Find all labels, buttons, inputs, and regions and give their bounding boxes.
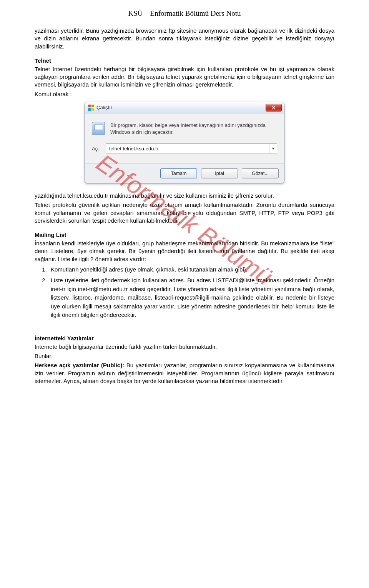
combo-dropdown-button[interactable] [269,144,277,153]
telnet-heading: Telnet [35,57,334,64]
cancel-button[interactable]: İptal [201,168,238,178]
browse-button[interactable]: Gözat... [242,168,279,178]
chevron-down-icon [272,148,275,150]
open-combobox[interactable] [106,143,277,153]
software-public: Herkese açık yazılımlar (Public): Bu yaz… [35,361,334,385]
run-icon [92,122,105,135]
telnet-paragraph: Telnet Internet üzerindeki herhangi bir … [35,65,334,89]
page-header: KSÜ – Enformatik Bölümü Ders Notu [35,9,334,18]
open-label: Aç: [92,146,102,152]
komut-label: Komut olarak : [35,90,334,98]
run-dialog: Çalıştır ✕ Bir program, klasör, belge ve… [85,102,284,183]
mailing-list: Komutların yöneltildiği adres (üye olmak… [48,265,334,320]
dialog-description: Bir program, klasör, belge veya Internet… [110,122,277,136]
mailing-paragraph: İnsanların kendi istekleriyle üye oldukl… [35,240,334,263]
software-heading: İnternetteki Yazılımlar [35,335,334,341]
intro-paragraph: yazılması yeterlidir. Bunu yazdığınızda … [35,27,334,50]
software-p1: İnternete bağlı bilgisayarlar üzerinde f… [35,343,334,351]
software-bunlar: Bunlar: [35,352,334,360]
open-input[interactable] [106,146,269,152]
dialog-title: Çalıştır [96,105,112,110]
list-item: Liste üyelerine ileti göndermek için kul… [48,276,334,320]
mailing-heading: Mailing List [35,232,334,238]
ok-button[interactable]: Tamam [160,168,197,178]
dialog-titlebar: Çalıştır ✕ [85,102,284,113]
list-item: Komutların yöneltildiği adres (üye olmak… [48,265,334,274]
close-icon: ✕ [272,105,276,110]
close-button[interactable]: ✕ [266,104,282,112]
after-dialog-p1: yazıldığında telnet.ksu.edu.tr makinasın… [35,192,334,200]
windows-flag-icon [88,105,94,111]
after-dialog-p2: Telnet protokolü güvenlik açıkları neden… [35,201,334,225]
public-label: Herkese açık yazılımlar (Public): [35,362,126,368]
